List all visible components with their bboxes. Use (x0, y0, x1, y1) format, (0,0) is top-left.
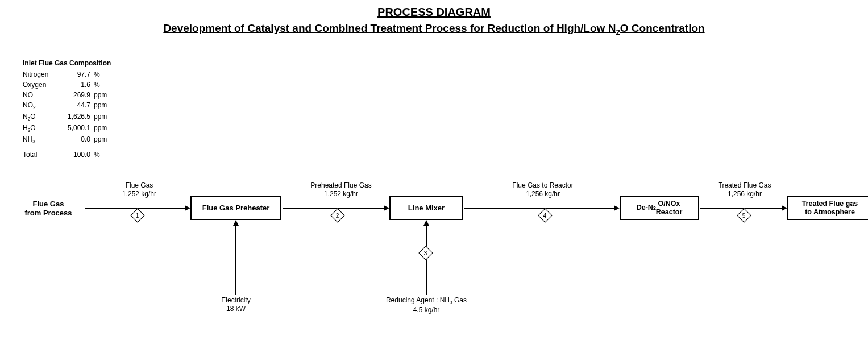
title-block: PROCESS DIAGRAM Development of Catalyst … (6, 6, 862, 36)
comp-value: 269.9 (63, 90, 94, 100)
comp-name: NO (23, 90, 63, 100)
stream-2-label: Preheated Flue Gas1,252 kg/hr (296, 181, 387, 198)
composition-title: Inlet Flue Gas Composition (23, 59, 862, 67)
composition-row: N2O1,626.5ppm (23, 111, 862, 123)
composition-total-row: Total 100.0 % (23, 150, 862, 160)
comp-name: H2O (23, 123, 63, 134)
comp-name: Nitrogen (23, 69, 63, 80)
arrow-electricity (235, 221, 236, 295)
arrow-stream-2 (283, 208, 388, 209)
comp-unit: ppm (94, 90, 117, 100)
comp-unit: ppm (94, 100, 117, 111)
total-unit: % (94, 150, 117, 160)
comp-value: 0.0 (63, 134, 94, 146)
comp-value: 1,626.5 (63, 111, 94, 123)
box-sink: Treated Flue gasto Atmosphere (787, 196, 868, 220)
composition-row: NH30.0ppm (23, 134, 862, 146)
arrow-stream-4 (464, 208, 618, 209)
total-value: 100.0 (63, 150, 94, 160)
source-label: Flue Gasfrom Process (11, 200, 85, 218)
comp-value: 5,000.1 (63, 123, 94, 134)
comp-unit: ppm (94, 134, 117, 146)
stream-marker-5: 5 (737, 208, 751, 222)
reducing-agent-label: Reducing Agent : NH3 Gas4.5 kg/hr (378, 296, 475, 314)
composition-table: Inlet Flue Gas Composition Nitrogen97.7%… (23, 59, 862, 160)
comp-value: 97.7 (63, 69, 94, 80)
composition-row: NO269.9ppm (23, 90, 862, 100)
comp-unit: % (94, 69, 117, 80)
composition-row: Oxygen1.6% (23, 80, 862, 90)
page-title: PROCESS DIAGRAM (6, 6, 862, 19)
process-diagram: Flue Gasfrom Process Flue Gas Preheater … (11, 182, 857, 313)
comp-name: Oxygen (23, 80, 63, 90)
composition-row: Nitrogen97.7% (23, 69, 862, 80)
stream-marker-2: 2 (330, 208, 344, 222)
box-mixer: Line Mixer (389, 196, 463, 220)
comp-name: NH3 (23, 134, 63, 146)
composition-row: NO244.7ppm (23, 100, 862, 111)
comp-unit: % (94, 80, 117, 90)
stream-marker-1: 1 (130, 208, 144, 222)
box-reactor: De-N2O/NOxReactor (620, 196, 699, 220)
stream-marker-3: 3 (418, 246, 433, 260)
stream-1-label: Flue Gas1,252 kg/hr (99, 181, 179, 198)
stream-marker-4: 4 (538, 208, 552, 222)
comp-unit: ppm (94, 111, 117, 123)
composition-row: H2O5,000.1ppm (23, 123, 862, 134)
comp-name: N2O (23, 111, 63, 123)
electricity-label: Electricity18 kW (205, 296, 267, 313)
comp-name: NO2 (23, 100, 63, 111)
stream-4-label: Flue Gas to Reactor1,256 kg/hr (497, 181, 588, 198)
stream-5-label: Treated Flue Gas1,256 kg/hr (702, 181, 787, 198)
total-label: Total (23, 150, 63, 160)
page-subtitle: Development of Catalyst and Combined Tre… (6, 22, 862, 36)
comp-unit: ppm (94, 123, 117, 134)
comp-value: 44.7 (63, 100, 94, 111)
box-preheater: Flue Gas Preheater (190, 196, 281, 220)
comp-value: 1.6 (63, 80, 94, 90)
